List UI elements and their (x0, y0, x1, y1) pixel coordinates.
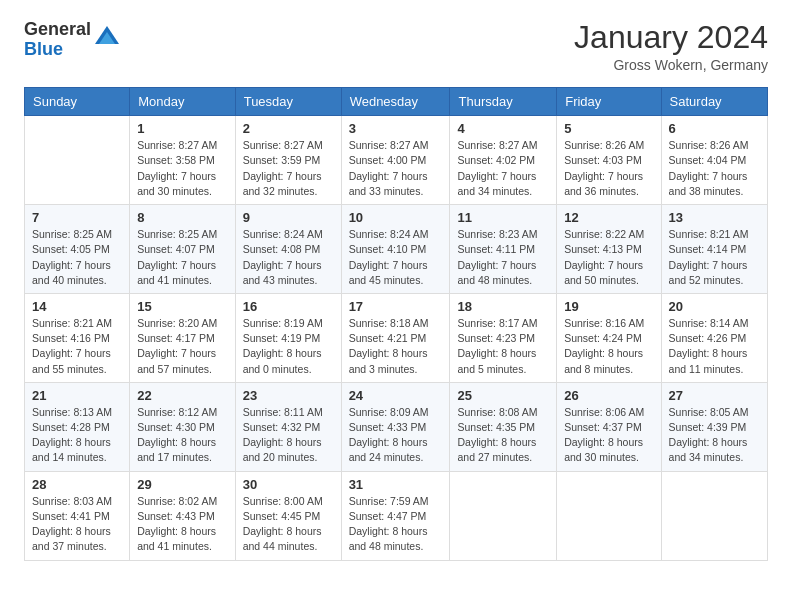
calendar-week-row: 1Sunrise: 8:27 AMSunset: 3:58 PMDaylight… (25, 116, 768, 205)
calendar-cell: 25Sunrise: 8:08 AMSunset: 4:35 PMDayligh… (450, 382, 557, 471)
day-number: 25 (457, 388, 549, 403)
weekday-header-monday: Monday (130, 88, 236, 116)
day-info: Sunrise: 8:02 AMSunset: 4:43 PMDaylight:… (137, 494, 228, 555)
day-info: Sunrise: 8:21 AMSunset: 4:16 PMDaylight:… (32, 316, 122, 377)
day-number: 15 (137, 299, 228, 314)
day-number: 12 (564, 210, 653, 225)
weekday-header-row: SundayMondayTuesdayWednesdayThursdayFrid… (25, 88, 768, 116)
calendar-cell: 8Sunrise: 8:25 AMSunset: 4:07 PMDaylight… (130, 205, 236, 294)
day-number: 26 (564, 388, 653, 403)
day-number: 3 (349, 121, 443, 136)
day-info: Sunrise: 8:11 AMSunset: 4:32 PMDaylight:… (243, 405, 334, 466)
day-number: 30 (243, 477, 334, 492)
day-info: Sunrise: 8:05 AMSunset: 4:39 PMDaylight:… (669, 405, 760, 466)
day-number: 23 (243, 388, 334, 403)
calendar-cell: 22Sunrise: 8:12 AMSunset: 4:30 PMDayligh… (130, 382, 236, 471)
weekday-header-wednesday: Wednesday (341, 88, 450, 116)
day-info: Sunrise: 8:24 AMSunset: 4:10 PMDaylight:… (349, 227, 443, 288)
day-info: Sunrise: 8:14 AMSunset: 4:26 PMDaylight:… (669, 316, 760, 377)
day-number: 31 (349, 477, 443, 492)
day-info: Sunrise: 8:21 AMSunset: 4:14 PMDaylight:… (669, 227, 760, 288)
logo-icon (93, 24, 121, 52)
day-info: Sunrise: 8:18 AMSunset: 4:21 PMDaylight:… (349, 316, 443, 377)
weekday-header-friday: Friday (557, 88, 661, 116)
day-number: 5 (564, 121, 653, 136)
calendar-cell: 24Sunrise: 8:09 AMSunset: 4:33 PMDayligh… (341, 382, 450, 471)
logo-general: General (24, 20, 91, 40)
month-title: January 2024 (574, 20, 768, 55)
day-info: Sunrise: 8:20 AMSunset: 4:17 PMDaylight:… (137, 316, 228, 377)
day-number: 4 (457, 121, 549, 136)
day-number: 27 (669, 388, 760, 403)
day-info: Sunrise: 8:08 AMSunset: 4:35 PMDaylight:… (457, 405, 549, 466)
day-info: Sunrise: 8:16 AMSunset: 4:24 PMDaylight:… (564, 316, 653, 377)
calendar-cell: 10Sunrise: 8:24 AMSunset: 4:10 PMDayligh… (341, 205, 450, 294)
weekday-header-sunday: Sunday (25, 88, 130, 116)
calendar-cell: 23Sunrise: 8:11 AMSunset: 4:32 PMDayligh… (235, 382, 341, 471)
calendar-cell: 6Sunrise: 8:26 AMSunset: 4:04 PMDaylight… (661, 116, 767, 205)
day-number: 18 (457, 299, 549, 314)
day-info: Sunrise: 8:12 AMSunset: 4:30 PMDaylight:… (137, 405, 228, 466)
location-title: Gross Wokern, Germany (574, 57, 768, 73)
day-number: 28 (32, 477, 122, 492)
calendar-cell: 5Sunrise: 8:26 AMSunset: 4:03 PMDaylight… (557, 116, 661, 205)
calendar-week-row: 21Sunrise: 8:13 AMSunset: 4:28 PMDayligh… (25, 382, 768, 471)
calendar-cell: 18Sunrise: 8:17 AMSunset: 4:23 PMDayligh… (450, 293, 557, 382)
day-info: Sunrise: 8:03 AMSunset: 4:41 PMDaylight:… (32, 494, 122, 555)
calendar-cell: 26Sunrise: 8:06 AMSunset: 4:37 PMDayligh… (557, 382, 661, 471)
calendar-cell: 4Sunrise: 8:27 AMSunset: 4:02 PMDaylight… (450, 116, 557, 205)
day-number: 6 (669, 121, 760, 136)
logo: General Blue (24, 20, 121, 60)
day-info: Sunrise: 8:23 AMSunset: 4:11 PMDaylight:… (457, 227, 549, 288)
day-info: Sunrise: 8:09 AMSunset: 4:33 PMDaylight:… (349, 405, 443, 466)
day-number: 9 (243, 210, 334, 225)
day-info: Sunrise: 8:27 AMSunset: 3:59 PMDaylight:… (243, 138, 334, 199)
day-number: 7 (32, 210, 122, 225)
day-number: 11 (457, 210, 549, 225)
page-header: General Blue January 2024 Gross Wokern, … (24, 20, 768, 73)
calendar-cell: 3Sunrise: 8:27 AMSunset: 4:00 PMDaylight… (341, 116, 450, 205)
weekday-header-saturday: Saturday (661, 88, 767, 116)
day-info: Sunrise: 8:25 AMSunset: 4:05 PMDaylight:… (32, 227, 122, 288)
day-info: Sunrise: 8:19 AMSunset: 4:19 PMDaylight:… (243, 316, 334, 377)
calendar-cell (557, 471, 661, 560)
day-info: Sunrise: 8:27 AMSunset: 3:58 PMDaylight:… (137, 138, 228, 199)
calendar-cell: 13Sunrise: 8:21 AMSunset: 4:14 PMDayligh… (661, 205, 767, 294)
day-info: Sunrise: 8:26 AMSunset: 4:04 PMDaylight:… (669, 138, 760, 199)
day-number: 21 (32, 388, 122, 403)
calendar-cell: 28Sunrise: 8:03 AMSunset: 4:41 PMDayligh… (25, 471, 130, 560)
day-info: Sunrise: 8:27 AMSunset: 4:02 PMDaylight:… (457, 138, 549, 199)
day-number: 22 (137, 388, 228, 403)
calendar-cell: 20Sunrise: 8:14 AMSunset: 4:26 PMDayligh… (661, 293, 767, 382)
calendar-cell: 15Sunrise: 8:20 AMSunset: 4:17 PMDayligh… (130, 293, 236, 382)
day-number: 29 (137, 477, 228, 492)
calendar-cell (25, 116, 130, 205)
calendar-cell: 27Sunrise: 8:05 AMSunset: 4:39 PMDayligh… (661, 382, 767, 471)
day-number: 17 (349, 299, 443, 314)
day-info: Sunrise: 8:13 AMSunset: 4:28 PMDaylight:… (32, 405, 122, 466)
calendar-week-row: 14Sunrise: 8:21 AMSunset: 4:16 PMDayligh… (25, 293, 768, 382)
day-number: 20 (669, 299, 760, 314)
day-info: Sunrise: 8:24 AMSunset: 4:08 PMDaylight:… (243, 227, 334, 288)
calendar-week-row: 7Sunrise: 8:25 AMSunset: 4:05 PMDaylight… (25, 205, 768, 294)
calendar-cell (661, 471, 767, 560)
calendar-cell: 12Sunrise: 8:22 AMSunset: 4:13 PMDayligh… (557, 205, 661, 294)
calendar-table: SundayMondayTuesdayWednesdayThursdayFrid… (24, 87, 768, 560)
calendar-cell: 17Sunrise: 8:18 AMSunset: 4:21 PMDayligh… (341, 293, 450, 382)
calendar-cell: 2Sunrise: 8:27 AMSunset: 3:59 PMDaylight… (235, 116, 341, 205)
calendar-cell: 9Sunrise: 8:24 AMSunset: 4:08 PMDaylight… (235, 205, 341, 294)
calendar-cell: 7Sunrise: 8:25 AMSunset: 4:05 PMDaylight… (25, 205, 130, 294)
calendar-week-row: 28Sunrise: 8:03 AMSunset: 4:41 PMDayligh… (25, 471, 768, 560)
day-info: Sunrise: 8:26 AMSunset: 4:03 PMDaylight:… (564, 138, 653, 199)
logo-text: General Blue (24, 20, 91, 60)
calendar-cell: 29Sunrise: 8:02 AMSunset: 4:43 PMDayligh… (130, 471, 236, 560)
day-info: Sunrise: 8:25 AMSunset: 4:07 PMDaylight:… (137, 227, 228, 288)
day-info: Sunrise: 7:59 AMSunset: 4:47 PMDaylight:… (349, 494, 443, 555)
weekday-header-tuesday: Tuesday (235, 88, 341, 116)
calendar-cell: 14Sunrise: 8:21 AMSunset: 4:16 PMDayligh… (25, 293, 130, 382)
day-number: 1 (137, 121, 228, 136)
day-info: Sunrise: 8:27 AMSunset: 4:00 PMDaylight:… (349, 138, 443, 199)
day-number: 2 (243, 121, 334, 136)
day-number: 13 (669, 210, 760, 225)
day-number: 24 (349, 388, 443, 403)
